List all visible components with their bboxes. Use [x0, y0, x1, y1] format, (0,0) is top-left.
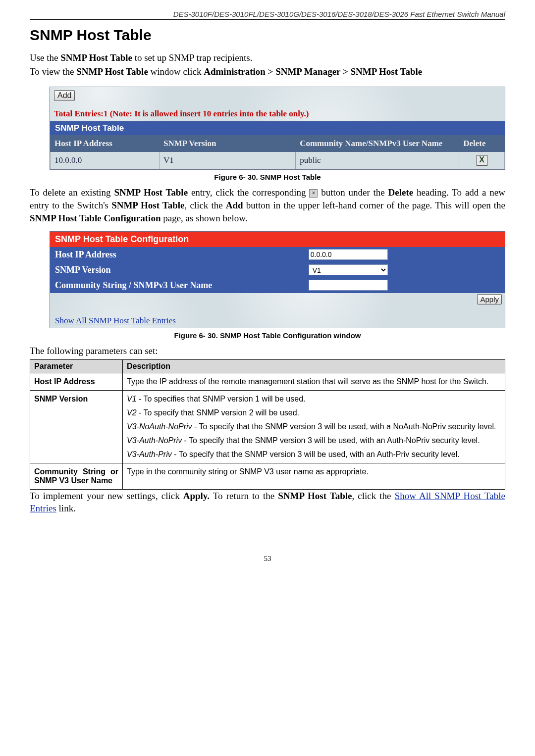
col-delete: Delete: [459, 136, 505, 152]
param-desc: Type in the community string or SNMP V3 …: [123, 463, 505, 489]
f-c: To return to the: [210, 491, 278, 501]
x-icon: ×: [309, 189, 318, 198]
v3b-text: - To specify that the SNMP version 3 wil…: [182, 436, 480, 445]
cell-ip: 10.0.0.0: [51, 152, 160, 169]
p2-i: Add: [226, 200, 243, 210]
param-desc: Type the IP address of the remote manage…: [123, 373, 505, 390]
figure-2-caption: Figure 6- 30. SNMP Host Table Configurat…: [30, 331, 505, 340]
cell-delete: X: [459, 152, 505, 169]
param-row-community: Community String or SNMP V3 User Name Ty…: [30, 463, 505, 489]
p2-e: Delete: [388, 187, 414, 198]
host-ip-label: Host IP Address: [50, 247, 306, 262]
p2-d: button under the: [318, 187, 388, 198]
parameter-table: Parameter Description Host IP Address Ty…: [30, 359, 505, 490]
p2-k: SNMP Host Table Configuration: [30, 213, 160, 223]
add-button[interactable]: Add: [54, 90, 75, 101]
v3c-label: V3-Auth-Priv: [127, 450, 172, 458]
v2-text: - To specify that SNMP version 2 will be…: [137, 408, 299, 417]
snmp-version-select[interactable]: V1: [309, 264, 388, 275]
f-b: Apply.: [183, 491, 210, 501]
row-community: Community String / SNMPv3 User Name: [50, 278, 505, 293]
row-host-ip: Host IP Address: [50, 247, 505, 262]
param-header-row: Parameter Description: [30, 359, 505, 373]
community-cell: [306, 278, 505, 293]
p2-l: page, as shown below.: [160, 213, 247, 223]
p2-c: entry, click the corresponding: [188, 187, 309, 198]
total-entries-note: Total Entries:1 (Note: It is allowed ins…: [54, 109, 309, 119]
param-head-1: Parameter: [30, 359, 123, 373]
p2-j: button in the upper left-hand corner of …: [243, 200, 505, 210]
f-e: , click the: [352, 491, 395, 501]
intro-2-b: SNMP Host Table: [76, 66, 148, 77]
cell-version: V1: [160, 152, 296, 169]
intro-1-c: to set up SNMP trap recipients.: [132, 52, 253, 63]
param-row-host-ip: Host IP Address Type the IP address of t…: [30, 373, 505, 390]
param-name: Host IP Address: [30, 373, 123, 390]
v1-label: V1: [127, 395, 137, 403]
p2-h: , click the: [185, 200, 226, 210]
param-desc: V1 - To specifies that SNMP version 1 wi…: [123, 390, 505, 463]
intro-1-a: Use the: [30, 52, 60, 63]
p2-b: SNMP Host Table: [114, 187, 188, 198]
show-all-link[interactable]: Show All SNMP Host Table Entries: [55, 316, 176, 326]
config-footer: Apply Show All SNMP Host Table Entries: [50, 293, 505, 328]
community-input[interactable]: [309, 280, 388, 291]
community-label: Community String / SNMPv3 User Name: [50, 278, 306, 293]
intro-1-b: SNMP Host Table: [60, 52, 132, 63]
v1-text: - To specifies that SNMP version 1 will …: [137, 395, 306, 403]
v3a-label: V3-NoAuth-NoPriv: [127, 422, 192, 431]
apply-button[interactable]: Apply: [477, 294, 502, 304]
snmp-host-config-screenshot: SNMP Host Table Configuration Host IP Ad…: [50, 231, 505, 328]
host-ip-cell: [306, 247, 505, 262]
param-name: SNMP Version: [30, 390, 123, 463]
figure-1-caption: Figure 6- 30. SNMP Host Table: [30, 173, 505, 181]
snmp-version-label: SNMP Version: [50, 262, 306, 278]
intro-para-2: To view the SNMP Host Table window click…: [30, 65, 505, 78]
p2-a: To delete an existing: [30, 187, 114, 198]
shot1-topbar: Add Total Entries:1 (Note: It is allowed…: [50, 87, 505, 121]
f-g: link.: [56, 503, 76, 513]
page-header: DES-3010F/DES-3010FL/DES-3010G/DES-3016/…: [30, 10, 505, 20]
cell-community: public: [296, 152, 459, 169]
intro-2-d: Administration > SNMP Manager > SNMP Hos…: [204, 66, 422, 77]
col-host-ip: Host IP Address: [51, 136, 160, 152]
intro-para-1: Use the SNMP Host Table to set up SNMP t…: [30, 51, 505, 64]
snmp-version-cell: V1: [306, 262, 505, 278]
host-ip-input[interactable]: [309, 249, 388, 260]
para-3: The following parameters can set:: [30, 345, 505, 357]
snmp-host-table-screenshot: Add Total Entries:1 (Note: It is allowed…: [50, 87, 505, 170]
f-d: SNMP Host Table: [278, 491, 352, 501]
delete-button[interactable]: X: [477, 155, 487, 166]
snmp-host-table: Host IP Address SNMP Version Community N…: [50, 135, 505, 169]
footer-para: To implement your new settings, click Ap…: [30, 490, 505, 515]
intro-2-c: window click: [148, 66, 204, 77]
col-community: Community Name/SNMPv3 User Name: [296, 136, 459, 152]
param-name: Community String or SNMP V3 User Name: [30, 463, 123, 489]
f-a: To implement your new settings, click: [30, 491, 183, 501]
v3a-text: - To specify that the SNMP version 3 wil…: [192, 422, 496, 431]
table-row: 10.0.0.0 V1 public X: [51, 152, 505, 169]
page-title: SNMP Host Table: [30, 27, 505, 44]
v3b-label: V3-Auth-NoPriv: [127, 436, 182, 445]
shot1-title: SNMP Host Table: [50, 121, 505, 135]
row-snmp-version: SNMP Version V1: [50, 262, 505, 278]
v2-label: V2: [127, 408, 137, 417]
intro-2-a: To view the: [30, 66, 76, 77]
delete-instruction-para: To delete an existing SNMP Host Table en…: [30, 186, 505, 224]
col-snmp-version: SNMP Version: [160, 136, 296, 152]
table-header-row: Host IP Address SNMP Version Community N…: [51, 136, 505, 152]
param-row-snmp-version: SNMP Version V1 - To specifies that SNMP…: [30, 390, 505, 463]
v3c-text: - To specify that the SNMP version 3 wil…: [172, 450, 460, 458]
config-title: SNMP Host Table Configuration: [50, 232, 505, 247]
p2-g: SNMP Host Table: [111, 200, 184, 210]
param-head-2: Description: [123, 359, 505, 373]
page-number: 53: [30, 554, 505, 563]
